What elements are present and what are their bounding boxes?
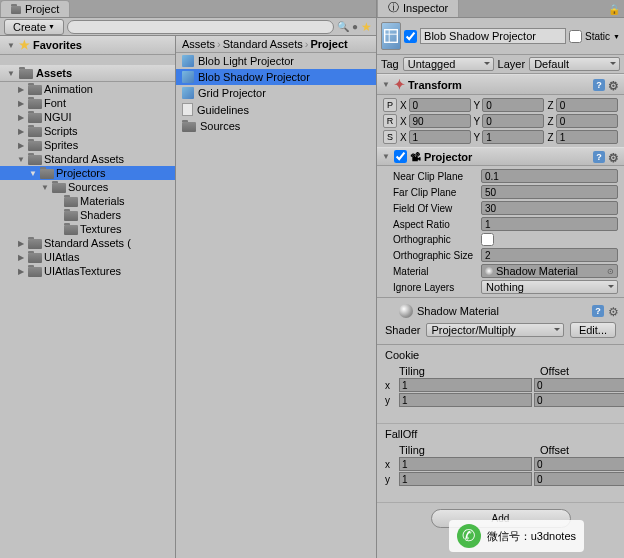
tag-dropdown[interactable]: Untagged	[403, 57, 494, 71]
foldout-icon[interactable]: ▼	[381, 152, 391, 162]
tree-item[interactable]: ▶ Sprites	[0, 138, 175, 152]
edit-shader-button[interactable]: Edit...	[570, 322, 616, 338]
folder-icon	[28, 85, 42, 95]
inspector-icon: ⓘ	[388, 0, 399, 15]
folder-icon	[28, 239, 42, 249]
tree-item[interactable]: Shaders	[0, 208, 175, 222]
tree-item[interactable]: ▶ Animation	[0, 82, 175, 96]
static-checkbox[interactable]	[569, 30, 582, 43]
x-input[interactable]	[409, 130, 471, 144]
filter-icon[interactable]: ●	[352, 21, 358, 32]
lock-icon[interactable]: 🔒	[604, 2, 624, 17]
inspector-tab[interactable]: ⓘ Inspector	[377, 0, 459, 17]
gear-icon[interactable]: ⚙	[608, 151, 620, 163]
create-button[interactable]: Create▼	[4, 19, 64, 35]
offset-x-input[interactable]	[534, 378, 624, 392]
prop-input[interactable]	[481, 185, 618, 199]
x-input[interactable]	[409, 114, 471, 128]
folder-icon	[40, 169, 54, 179]
tree-item[interactable]: ▼ Standard Assets	[0, 152, 175, 166]
projector-enabled-checkbox[interactable]	[394, 150, 407, 163]
gear-icon[interactable]: ⚙	[608, 305, 620, 317]
folder-icon	[28, 113, 42, 123]
watermark: ✆ 微信号：u3dnotes	[449, 520, 584, 552]
prop-label: Material	[383, 266, 479, 277]
tree-item[interactable]: Materials	[0, 194, 175, 208]
prop-input[interactable]	[481, 201, 618, 215]
folder-icon	[28, 99, 42, 109]
tree-item[interactable]: ▶ UIAtlas	[0, 250, 175, 264]
asset-item[interactable]: Sources	[176, 118, 376, 134]
tiling-y-input[interactable]	[399, 393, 532, 407]
offset-x-input[interactable]	[534, 457, 624, 471]
x-input[interactable]	[409, 98, 471, 112]
offset-y-input[interactable]	[534, 472, 624, 486]
gear-icon[interactable]: ⚙	[608, 79, 620, 91]
help-icon[interactable]: ?	[593, 151, 605, 163]
texture-name: FallOff	[385, 428, 616, 440]
folder-icon	[11, 6, 21, 14]
z-input[interactable]	[556, 98, 618, 112]
svg-rect-0	[385, 30, 398, 43]
breadcrumb[interactable]: Assets› Standard Assets› Project	[176, 36, 376, 53]
assets-header[interactable]: ▼ Assets	[0, 65, 175, 82]
prs-label: S	[383, 130, 397, 144]
gameobject-icon	[381, 22, 401, 50]
material-icon	[399, 304, 413, 318]
asset-item[interactable]: Grid Projector	[176, 85, 376, 101]
foldout-icon: ▼	[6, 68, 16, 78]
layer-dropdown[interactable]: Default	[529, 57, 620, 71]
prop-input[interactable]	[481, 217, 618, 231]
prop-input[interactable]	[481, 248, 618, 262]
offset-y-input[interactable]	[534, 393, 624, 407]
tiling-y-input[interactable]	[399, 472, 532, 486]
search-input[interactable]	[67, 20, 334, 34]
y-input[interactable]	[482, 130, 544, 144]
foldout-icon: ▶	[16, 238, 26, 248]
folder-icon	[28, 127, 42, 137]
shader-dropdown[interactable]: Projector/Multiply	[426, 323, 563, 337]
save-filter-icon[interactable]: ★	[361, 20, 372, 34]
tiling-x-input[interactable]	[399, 457, 532, 471]
prop-label: Far Clip Plane	[383, 187, 479, 198]
object-name-input[interactable]	[420, 28, 566, 44]
prop-input[interactable]	[481, 169, 618, 183]
foldout-icon[interactable]: ▼	[381, 80, 391, 90]
y-input[interactable]	[482, 114, 544, 128]
prefab-icon	[182, 71, 194, 83]
prs-label: P	[383, 98, 397, 112]
tree-item[interactable]: ▶ Scripts	[0, 124, 175, 138]
static-dropdown-icon[interactable]: ▼	[613, 33, 620, 40]
z-input[interactable]	[556, 114, 618, 128]
tab-label: Project	[25, 3, 59, 15]
folder-icon	[28, 141, 42, 151]
asset-item[interactable]: Blob Light Projector	[176, 53, 376, 69]
tree-item-projectors[interactable]: ▼ Projectors	[0, 166, 175, 180]
favorites-header[interactable]: ▼ ★ Favorites	[0, 36, 175, 55]
transform-icon: ✦	[394, 77, 405, 92]
tree-item[interactable]: Textures	[0, 222, 175, 236]
tree-item[interactable]: ▶ Standard Assets (	[0, 236, 175, 250]
foldout-icon: ▼	[6, 40, 16, 50]
tree-item[interactable]: ▶ NGUI	[0, 110, 175, 124]
folder-icon	[52, 183, 66, 193]
help-icon[interactable]: ?	[593, 79, 605, 91]
prop-dropdown[interactable]: Nothing	[481, 280, 618, 294]
folder-icon	[28, 253, 42, 263]
tree-item[interactable]: ▶ UIAtlasTextures	[0, 264, 175, 278]
asset-item[interactable]: Blob Shadow Projector	[176, 69, 376, 85]
prop-checkbox[interactable]	[481, 233, 494, 246]
active-checkbox[interactable]	[404, 30, 417, 43]
folder-icon	[28, 155, 42, 165]
object-field[interactable]: Shadow Material	[481, 264, 618, 278]
tree-item-sources[interactable]: ▼ Sources	[0, 180, 175, 194]
tree-item[interactable]: ▶ Font	[0, 96, 175, 110]
help-icon[interactable]: ?	[592, 305, 604, 317]
z-input[interactable]	[556, 130, 618, 144]
project-tab[interactable]: Project	[0, 0, 70, 17]
search-icon[interactable]: 🔍	[337, 21, 349, 32]
y-input[interactable]	[482, 98, 544, 112]
asset-item[interactable]: Guidelines	[176, 101, 376, 118]
folder-icon	[28, 267, 42, 277]
tiling-x-input[interactable]	[399, 378, 532, 392]
